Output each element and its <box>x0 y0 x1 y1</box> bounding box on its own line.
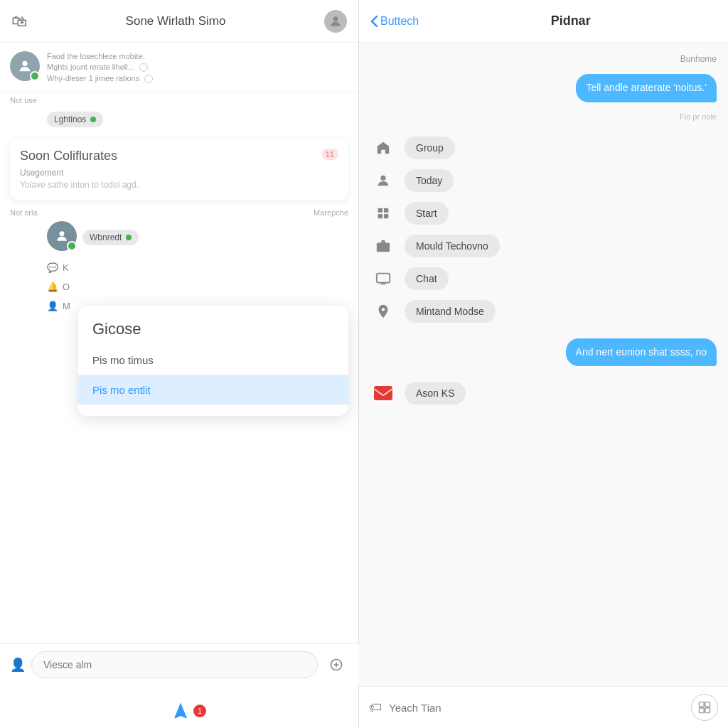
avatar-wbnredt <box>47 221 77 251</box>
svg-rect-8 <box>384 208 388 212</box>
marepche-label: Marepche <box>314 208 348 217</box>
sender-label: Bunhome <box>370 54 717 64</box>
svg-rect-13 <box>377 273 390 282</box>
right-send-button[interactable] <box>691 694 718 721</box>
person-icon <box>370 168 396 193</box>
menu-row-start[interactable]: Start <box>370 200 717 226</box>
k-label: K <box>63 262 69 273</box>
left-header-title: Sone Wirlath Simo <box>126 14 226 28</box>
menu-list: Group Today Start Mould Techovno <box>370 129 717 330</box>
map-notification-badge: 1 <box>193 705 206 717</box>
online-badge-1 <box>30 71 40 81</box>
list-content-1: Faod the losechleze mobite. Mghts jount … <box>47 51 348 84</box>
card-item-soon[interactable]: Soon Coliflurates 11 Usegement Yolave sa… <box>10 139 348 200</box>
bubble-2: And nert eunion shat ssss, no <box>566 338 717 367</box>
card-badge: 11 <box>321 149 338 160</box>
camera-icon <box>370 233 396 259</box>
wbnredt-row: Wbnredt <box>0 218 358 254</box>
svg-rect-16 <box>374 386 392 400</box>
lghtinos-btn[interactable]: Lghtinos <box>47 112 103 127</box>
right-panel-title: Pidnar <box>551 14 591 28</box>
puzzle-icon <box>370 200 396 226</box>
menu-row-chat[interactable]: Chat <box>370 266 717 291</box>
monitor-icon <box>370 266 396 291</box>
m-label: M <box>63 301 70 311</box>
card-sub: Usegement <box>20 168 338 178</box>
home-icon <box>370 135 396 161</box>
not-use-label-row: Not use <box>0 93 358 106</box>
menu-row-group[interactable]: Group <box>370 135 717 161</box>
email-row[interactable]: Ason KS <box>370 380 717 406</box>
chat-content: Bunhome Tell andle araterate 'noitus.' F… <box>359 43 728 686</box>
green-dot <box>90 117 96 122</box>
wbnredt-btn[interactable]: Wbnredt <box>82 230 139 245</box>
left-panel: 🛍 Sone Wirlath Simo Faod the losechleze … <box>0 0 359 728</box>
popup-item-1[interactable]: Pis mo timus <box>78 346 348 375</box>
svg-rect-10 <box>384 214 388 218</box>
left-header-icon: 🛍 <box>11 12 27 31</box>
menu-row-mintand[interactable]: Mintand Modse <box>370 299 717 324</box>
card-text: Yolave sathe inton to todel agd. <box>20 180 338 190</box>
menu-chip-chat[interactable]: Chat <box>405 267 449 290</box>
o-label: O <box>63 282 70 292</box>
left-header-avatar <box>324 10 347 33</box>
location-icon <box>370 299 396 324</box>
avatar-1 <box>10 51 40 81</box>
right-input-bar: 🏷 <box>359 686 728 728</box>
email-icon <box>370 380 396 406</box>
left-send-button[interactable] <box>323 652 349 678</box>
list-sub-1: Faod the losechleze mobite. Mghts jount … <box>47 51 348 84</box>
svg-point-12 <box>380 245 385 250</box>
back-button[interactable]: Buttech <box>370 15 419 28</box>
map-area: 1 <box>171 701 206 721</box>
navigation-icon[interactable] <box>171 701 191 721</box>
svg-rect-7 <box>378 208 382 212</box>
popup-header: Gicose <box>78 306 348 346</box>
svg-rect-19 <box>700 708 705 713</box>
bubble-1: Tell andle araterate 'noitus.' <box>576 74 717 102</box>
svg-rect-20 <box>705 708 710 713</box>
svg-rect-9 <box>378 214 382 218</box>
label-row-2: Not orla Marepche <box>0 205 358 218</box>
menu-chip-group[interactable]: Group <box>405 136 455 159</box>
lghtinos-row: Lghtinos <box>0 106 358 133</box>
menu-chip-today[interactable]: Today <box>405 169 454 192</box>
menu-chip-mintand[interactable]: Mintand Modse <box>405 300 496 323</box>
right-input-icon: 🏷 <box>369 700 382 715</box>
input-person-icon: 👤 <box>10 657 26 673</box>
left-input[interactable] <box>31 651 318 678</box>
svg-point-0 <box>333 16 338 21</box>
svg-point-2 <box>60 232 65 237</box>
right-input[interactable] <box>389 702 684 714</box>
svg-rect-17 <box>700 702 705 707</box>
left-input-bar: 👤 <box>0 643 359 685</box>
svg-point-1 <box>22 61 27 66</box>
menu-chip-mould[interactable]: Mould Techovno <box>405 235 500 257</box>
menu-row-mould[interactable]: Mould Techovno <box>370 233 717 259</box>
green-dot-w <box>126 235 132 240</box>
popup-item-2[interactable]: Pis mo entlit <box>78 375 348 405</box>
bottom-item-o: 🔔O <box>47 277 348 296</box>
bubble-1-timestamp: Flo pr nole <box>370 112 717 121</box>
card-title: Soon Coliflurates <box>20 149 117 164</box>
menu-chip-start[interactable]: Start <box>405 202 449 225</box>
email-chip[interactable]: Ason KS <box>405 382 466 405</box>
list-item-1[interactable]: Faod the losechleze mobite. Mghts jount … <box>0 43 358 93</box>
left-header: 🛍 Sone Wirlath Simo <box>0 0 358 43</box>
right-header: Buttech Pidnar <box>359 0 728 43</box>
menu-row-today[interactable]: Today <box>370 168 717 193</box>
svg-point-6 <box>380 175 385 180</box>
online-badge-w <box>67 241 77 251</box>
not-orla-label: Not orla <box>10 208 38 217</box>
bottom-item-k: 💬K <box>47 258 348 277</box>
not-use-label: Not use <box>10 96 37 105</box>
chevron-left-icon <box>370 16 378 27</box>
right-panel: Buttech Pidnar Bunhome Tell andle arater… <box>359 0 728 728</box>
svg-rect-18 <box>705 702 710 707</box>
overlay-popup: Gicose Pis mo timus Pis mo entlit <box>78 306 348 416</box>
